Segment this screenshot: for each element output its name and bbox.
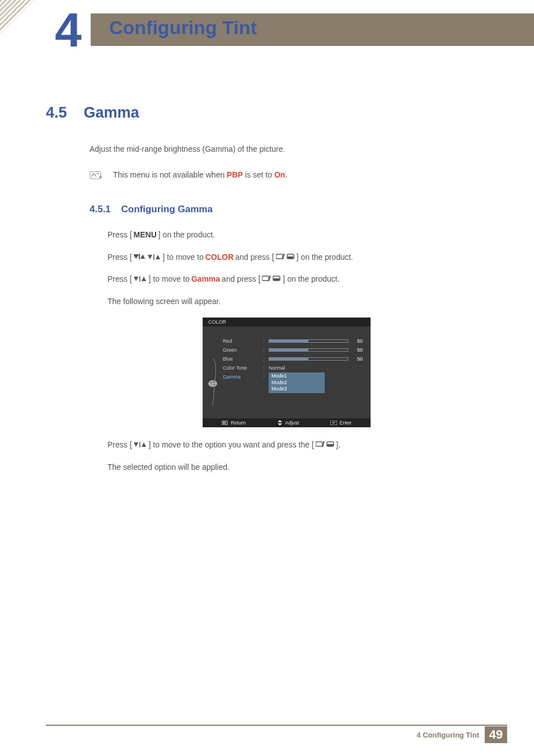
osd-gamma-dropdown[interactable]: Mode1 Mode2 Mode3: [269, 372, 325, 393]
osd-mode-option[interactable]: Mode2: [271, 380, 322, 386]
subsection-number: 4.5.1: [90, 204, 111, 214]
svg-point-26: [214, 384, 215, 385]
svg-rect-19: [262, 276, 269, 281]
svg-rect-12: [276, 254, 283, 259]
subsection-heading: 4.5.1 Configuring Gamma: [90, 204, 495, 215]
step-text: ].: [336, 438, 341, 452]
step-text: ] on the product.: [283, 273, 339, 286]
osd-row-blue: : 50: [263, 354, 363, 363]
note-prefix: This menu is not available when: [113, 170, 227, 179]
svg-marker-8: [140, 254, 145, 259]
step-color: COLOR: [205, 251, 234, 264]
svg-point-4: [97, 173, 99, 175]
section-intro: Adjust the mid-range brightness (Gamma) …: [90, 143, 495, 155]
step-text: ] to move to: [149, 273, 190, 286]
down-up-arrows-icon: [134, 273, 147, 286]
section-number: 4.5: [46, 104, 67, 122]
footer: 4 Configuring Tint 49: [46, 725, 507, 741]
step-1: Press [MENU] on the product.: [107, 228, 495, 242]
step-2: Press [ ] to move to COLOR and press [ ]…: [107, 251, 495, 264]
osd-slider-green[interactable]: [269, 348, 348, 352]
adjust-icon: [277, 420, 283, 426]
svg-rect-36: [316, 442, 322, 446]
osd-value-colortone: Normal: [269, 365, 285, 371]
note-mid: is set to: [243, 170, 274, 179]
svg-rect-34: [139, 442, 140, 447]
svg-marker-31: [278, 423, 282, 426]
footer-text: 4 Configuring Tint: [416, 731, 479, 739]
svg-point-24: [210, 382, 212, 383]
svg-marker-11: [156, 255, 160, 259]
step-text: Press [: [107, 228, 132, 242]
step-3: Press [ ] to move to Gamma and press [ ]…: [107, 273, 495, 286]
osd-label-blue: Blue: [223, 354, 263, 363]
chapter-badge: 4: [46, 8, 91, 53]
svg-rect-2: [0, 0, 34, 34]
osd-foot-adjust-label: Adjust: [285, 420, 299, 426]
step-gamma: Gamma: [191, 273, 220, 286]
osd-foot-enter-label: Enter: [339, 420, 352, 426]
step-4: The following screen will appear.: [107, 295, 495, 309]
step-text: and press [: [235, 251, 274, 264]
svg-marker-30: [278, 420, 282, 422]
osd-row-green: : 50: [263, 346, 363, 354]
svg-marker-16: [134, 277, 138, 281]
step-5: Press [ ] to move to the option you want…: [107, 438, 495, 452]
note-pbp: PBP: [227, 170, 243, 179]
step-text: ] on the product.: [297, 251, 353, 264]
down-up-arrows-icon: [148, 251, 161, 264]
enter-icon: [330, 421, 337, 425]
note: This menu is not available when PBP is s…: [90, 169, 495, 181]
svg-rect-28: [223, 422, 224, 423]
step-text: ] to move to the option you want and pre…: [149, 438, 314, 452]
chapter-number: 4: [55, 8, 82, 52]
osd-slider-red[interactable]: [269, 339, 348, 343]
step-text: Press [: [107, 251, 132, 264]
section-title: Gamma: [84, 104, 139, 122]
osd-row-colortone: : Normal: [263, 363, 363, 372]
subsection-title: Configuring Gamma: [121, 204, 213, 214]
svg-rect-22: [273, 278, 280, 281]
osd-mode-option[interactable]: Mode1: [271, 373, 322, 380]
svg-marker-33: [134, 442, 138, 447]
osd-icon-rail: [203, 333, 223, 412]
note-on: On: [274, 170, 285, 179]
osd-footer: Return Adjust Enter: [203, 418, 371, 427]
osd-label-colortone: Color Tone: [223, 363, 263, 372]
osd-foot-adjust[interactable]: Adjust: [277, 420, 299, 426]
osd-mode-option[interactable]: Mode3: [271, 386, 322, 393]
note-text: This menu is not available when PBP is s…: [113, 169, 287, 181]
osd-value-green: 50: [352, 347, 363, 353]
osd-foot-return[interactable]: Return: [222, 420, 246, 426]
svg-rect-29: [224, 422, 226, 423]
osd-foot-enter[interactable]: Enter: [330, 420, 352, 426]
osd-title: COLOR: [203, 318, 371, 326]
osd-slider-blue[interactable]: [269, 357, 348, 361]
svg-rect-10: [153, 254, 154, 260]
osd-value-red: 50: [352, 338, 363, 344]
svg-marker-9: [148, 255, 152, 259]
page-number: 49: [485, 726, 507, 743]
down-up-arrows-icon: [134, 438, 147, 452]
osd-label-red: Red: [223, 337, 263, 346]
svg-marker-18: [142, 277, 146, 281]
osd-row-red: : 50: [263, 337, 363, 346]
palette-icon: [207, 358, 218, 408]
step-text: and press [: [222, 273, 260, 286]
step-text: Press [: [107, 438, 132, 452]
source-enter-icon: [276, 251, 295, 264]
note-suffix: .: [285, 170, 287, 179]
svg-rect-7: [139, 254, 140, 259]
svg-point-25: [213, 381, 214, 382]
osd-labels: Red Green Blue Color Tone Gamma: [223, 333, 263, 412]
source-enter-icon: [316, 438, 335, 452]
osd-foot-return-label: Return: [231, 420, 246, 426]
return-icon: [222, 421, 228, 425]
chapter-title: Configuring Tint: [109, 17, 257, 39]
osd-label-gamma: Gamma: [223, 372, 263, 381]
osd-values: : 50 : 50 : 50 : Normal: [263, 333, 371, 412]
down-up-arrows-icon: [134, 251, 146, 264]
osd-label-green: Green: [223, 346, 263, 354]
svg-rect-15: [287, 256, 294, 259]
corner-hatch: [0, 0, 34, 34]
